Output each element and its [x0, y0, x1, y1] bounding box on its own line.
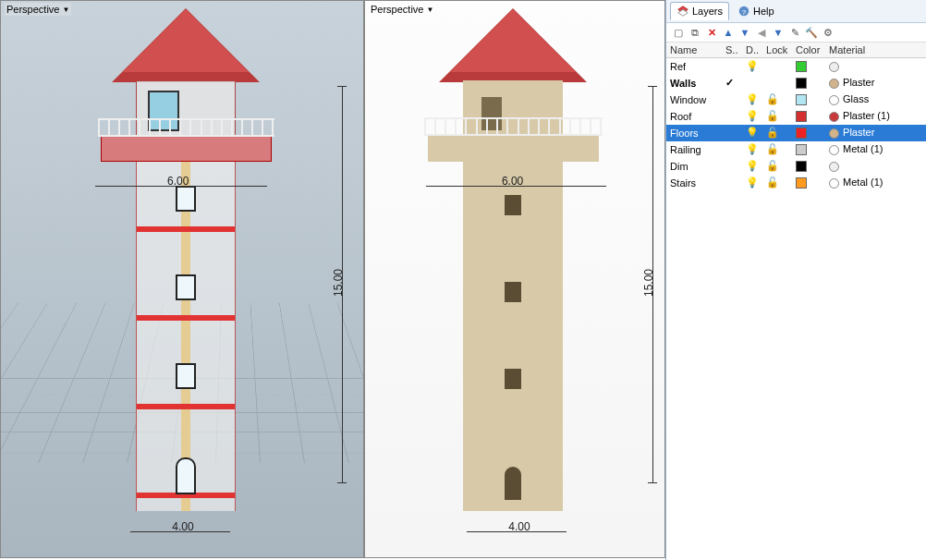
- move-up-icon[interactable]: ▲: [722, 26, 735, 39]
- col-d[interactable]: D..: [742, 43, 762, 58]
- layer-lock[interactable]: 🔓: [762, 125, 792, 141]
- layer-checked[interactable]: [722, 141, 742, 158]
- dimension-deck: 6.00: [426, 180, 606, 201]
- chevron-down-icon[interactable]: ▼: [62, 6, 69, 14]
- layer-on[interactable]: 💡: [742, 158, 762, 175]
- layer-lock[interactable]: 🔓: [762, 91, 792, 108]
- settings-icon[interactable]: ⚙: [822, 26, 835, 39]
- layer-row[interactable]: Roof💡🔓Plaster (1): [666, 108, 926, 125]
- col-color[interactable]: Color: [792, 43, 825, 58]
- layer-material[interactable]: [825, 58, 926, 75]
- layer-material[interactable]: Plaster: [825, 75, 926, 91]
- col-name[interactable]: Name: [666, 43, 722, 58]
- dimension-width: 4.00: [467, 526, 567, 546]
- layer-material[interactable]: Metal (1): [825, 141, 926, 158]
- layer-name[interactable]: Dim: [666, 158, 722, 175]
- tab-help[interactable]: ? Help: [731, 2, 781, 20]
- layer-on[interactable]: 💡: [742, 91, 762, 108]
- shaft: [136, 162, 236, 511]
- layer-color[interactable]: [792, 108, 825, 125]
- tab-layers[interactable]: Layers: [670, 2, 729, 20]
- copy-layer-icon[interactable]: ⧉: [688, 26, 701, 39]
- layer-row[interactable]: Ref💡: [666, 58, 926, 75]
- viewport-perspective-render[interactable]: Perspective ▼ 15.00 6.00: [364, 0, 665, 558]
- shaft: [463, 162, 563, 511]
- layer-row[interactable]: Walls✓Plaster: [666, 75, 926, 91]
- viewport-title[interactable]: Perspective ▼: [5, 3, 71, 16]
- layer-lock[interactable]: 🔓: [762, 108, 792, 125]
- edit-icon[interactable]: ✎: [788, 26, 801, 39]
- roof-icon: [112, 8, 260, 82]
- dimension-deck: 6.00: [95, 180, 267, 201]
- layer-color[interactable]: [792, 141, 825, 158]
- dimension-width: 4.00: [130, 526, 230, 546]
- roof-icon: [439, 8, 587, 82]
- panel-tabs: Layers ? Help: [666, 0, 926, 23]
- viewport-perspective-wire[interactable]: Perspective ▼: [0, 0, 364, 558]
- layer-lock[interactable]: 🔓: [762, 158, 792, 175]
- layer-name[interactable]: Window: [666, 91, 722, 108]
- layer-lock[interactable]: 🔓: [762, 175, 792, 191]
- layer-material[interactable]: Glass: [825, 91, 926, 108]
- layer-name[interactable]: Railing: [666, 141, 722, 158]
- layer-lock[interactable]: [762, 58, 792, 75]
- delete-layer-icon[interactable]: ✕: [705, 26, 718, 39]
- layer-material[interactable]: Metal (1): [825, 175, 926, 191]
- layer-color[interactable]: [792, 58, 825, 75]
- layer-material[interactable]: Plaster (1): [825, 108, 926, 125]
- layer-color[interactable]: [792, 75, 825, 91]
- layer-color[interactable]: [792, 175, 825, 191]
- layer-lock[interactable]: 🔓: [762, 141, 792, 158]
- layer-on[interactable]: 💡: [742, 58, 762, 75]
- tower-model-render[interactable]: [420, 8, 605, 544]
- viewport-label: Perspective: [371, 4, 423, 15]
- layer-checked[interactable]: [722, 91, 742, 108]
- layer-checked[interactable]: [722, 158, 742, 175]
- layer-row[interactable]: Window💡🔓Glass: [666, 91, 926, 108]
- layer-name[interactable]: Floors: [666, 125, 722, 141]
- chevron-down-icon[interactable]: ▼: [426, 6, 433, 14]
- layer-color[interactable]: [792, 158, 825, 175]
- layer-name[interactable]: Roof: [666, 108, 722, 125]
- layer-checked[interactable]: [722, 108, 742, 125]
- deck: [101, 136, 272, 162]
- dimension-height: 15.00: [324, 86, 347, 483]
- layer-row[interactable]: Dim💡🔓: [666, 158, 926, 175]
- layer-name[interactable]: Ref: [666, 58, 722, 75]
- layers-icon: [676, 5, 689, 18]
- layer-color[interactable]: [792, 91, 825, 108]
- layer-name[interactable]: Stairs: [666, 175, 722, 191]
- layer-checked[interactable]: ✓: [722, 75, 742, 91]
- layer-row[interactable]: Railing💡🔓Metal (1): [666, 141, 926, 158]
- layer-on[interactable]: 💡: [742, 141, 762, 158]
- layer-material[interactable]: Plaster: [825, 125, 926, 141]
- layers-panel: Layers ? Help ▢ ⧉ ✕ ▲ ▼ ◀ ▼ ✎ 🔨 ⚙ Name S…: [665, 0, 926, 560]
- dimension-height: 15.00: [635, 86, 657, 483]
- deck: [428, 136, 599, 162]
- move-left-icon[interactable]: ◀: [755, 26, 768, 39]
- hammer-icon[interactable]: 🔨: [805, 26, 818, 39]
- layer-lock[interactable]: [762, 75, 792, 91]
- layer-checked[interactable]: [722, 175, 742, 191]
- col-s[interactable]: S..: [722, 43, 742, 58]
- layer-color[interactable]: [792, 125, 825, 141]
- layer-checked[interactable]: [722, 125, 742, 141]
- layer-row[interactable]: Floors💡🔓Plaster: [666, 125, 926, 141]
- new-layer-icon[interactable]: ▢: [672, 26, 685, 39]
- layer-on[interactable]: 💡: [742, 108, 762, 125]
- col-lock[interactable]: Lock: [762, 43, 792, 58]
- filter-icon[interactable]: ▼: [772, 26, 785, 39]
- viewport-title[interactable]: Perspective ▼: [369, 3, 435, 16]
- col-material[interactable]: Material: [825, 43, 926, 58]
- layer-checked[interactable]: [722, 58, 742, 75]
- layer-material[interactable]: [825, 158, 926, 175]
- layer-row[interactable]: Stairs💡🔓Metal (1): [666, 175, 926, 191]
- layers-table: Name S.. D.. Lock Color Material Ref💡Wal…: [666, 43, 926, 191]
- viewport-label: Perspective: [6, 4, 59, 15]
- layer-on[interactable]: 💡: [742, 125, 762, 141]
- layer-on[interactable]: [742, 75, 762, 91]
- layer-name[interactable]: Walls: [666, 75, 722, 91]
- move-down-icon[interactable]: ▼: [738, 26, 751, 39]
- tower-model[interactable]: [98, 8, 274, 544]
- layer-on[interactable]: 💡: [742, 175, 762, 191]
